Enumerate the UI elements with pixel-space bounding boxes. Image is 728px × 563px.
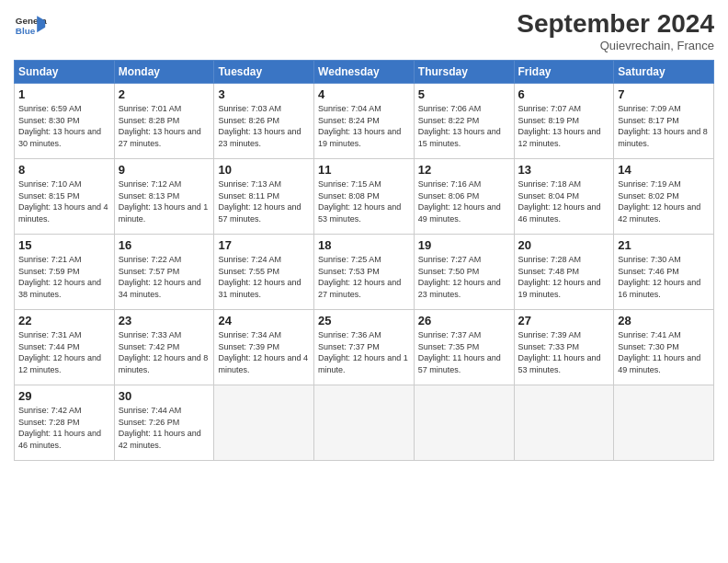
day-info: Sunrise: 7:06 AMSunset: 8:22 PMDaylight:… — [418, 104, 501, 148]
table-row: 2 Sunrise: 7:01 AMSunset: 8:28 PMDayligh… — [114, 84, 214, 159]
day-number: 10 — [218, 163, 310, 177]
day-info: Sunrise: 7:13 AMSunset: 8:11 PMDaylight:… — [218, 179, 301, 224]
table-row: 14 Sunrise: 7:19 AMSunset: 8:02 PMDaylig… — [614, 159, 714, 235]
day-info: Sunrise: 7:21 AMSunset: 7:59 PMDaylight:… — [18, 255, 101, 299]
day-number: 17 — [218, 238, 310, 252]
day-info: Sunrise: 7:01 AMSunset: 8:28 PMDaylight:… — [119, 104, 201, 148]
header-friday: Friday — [514, 61, 614, 84]
table-row: 24 Sunrise: 7:34 AMSunset: 7:39 PMDaylig… — [214, 310, 314, 385]
day-info: Sunrise: 7:42 AMSunset: 7:28 PMDaylight:… — [18, 406, 101, 450]
day-number: 1 — [18, 87, 110, 101]
day-number: 8 — [18, 163, 110, 177]
day-info: Sunrise: 7:16 AMSunset: 8:06 PMDaylight:… — [418, 179, 501, 224]
day-info: Sunrise: 7:31 AMSunset: 7:44 PMDaylight:… — [18, 330, 101, 374]
table-row: 5 Sunrise: 7:06 AMSunset: 8:22 PMDayligh… — [414, 84, 514, 159]
table-row: 19 Sunrise: 7:27 AMSunset: 7:50 PMDaylig… — [414, 235, 514, 310]
day-info: Sunrise: 7:37 AMSunset: 7:35 PMDaylight:… — [418, 330, 501, 374]
day-info: Sunrise: 7:27 AMSunset: 7:50 PMDaylight:… — [418, 255, 501, 299]
day-number: 7 — [618, 87, 710, 101]
day-number: 16 — [119, 238, 210, 252]
day-number: 12 — [418, 163, 510, 177]
day-number: 28 — [618, 314, 710, 327]
table-row: 27 Sunrise: 7:39 AMSunset: 7:33 PMDaylig… — [514, 310, 614, 385]
day-info: Sunrise: 7:28 AMSunset: 7:48 PMDaylight:… — [518, 255, 601, 299]
day-info: Sunrise: 7:07 AMSunset: 8:19 PMDaylight:… — [518, 104, 601, 148]
day-number: 4 — [318, 87, 410, 101]
title-block: September 2024 Quievrechain, France — [517, 9, 714, 52]
calendar-row: 29 Sunrise: 7:42 AMSunset: 7:28 PMDaylig… — [15, 385, 714, 461]
day-number: 20 — [518, 238, 610, 252]
page-header: General Blue September 2024 Quievrechain… — [14, 9, 714, 52]
table-row — [214, 385, 314, 461]
header-thursday: Thursday — [414, 61, 514, 84]
table-row: 3 Sunrise: 7:03 AMSunset: 8:26 PMDayligh… — [214, 84, 314, 159]
day-info: Sunrise: 6:59 AMSunset: 8:30 PMDaylight:… — [18, 104, 101, 148]
table-row: 22 Sunrise: 7:31 AMSunset: 7:44 PMDaylig… — [15, 310, 115, 385]
day-number: 29 — [18, 389, 110, 403]
day-info: Sunrise: 7:25 AMSunset: 7:53 PMDaylight:… — [318, 255, 401, 299]
day-number: 6 — [518, 87, 610, 101]
location: Quievrechain, France — [517, 39, 714, 52]
day-info: Sunrise: 7:04 AMSunset: 8:24 PMDaylight:… — [318, 104, 401, 148]
table-row — [614, 385, 714, 461]
day-info: Sunrise: 7:22 AMSunset: 7:57 PMDaylight:… — [119, 255, 201, 299]
table-row: 29 Sunrise: 7:42 AMSunset: 7:28 PMDaylig… — [15, 385, 115, 461]
day-info: Sunrise: 7:36 AMSunset: 7:37 PMDaylight:… — [318, 330, 408, 374]
table-row: 13 Sunrise: 7:18 AMSunset: 8:04 PMDaylig… — [514, 159, 614, 235]
table-row: 12 Sunrise: 7:16 AMSunset: 8:06 PMDaylig… — [414, 159, 514, 235]
table-row: 9 Sunrise: 7:12 AMSunset: 8:13 PMDayligh… — [114, 159, 214, 235]
table-row: 17 Sunrise: 7:24 AMSunset: 7:55 PMDaylig… — [214, 235, 314, 310]
day-info: Sunrise: 7:39 AMSunset: 7:33 PMDaylight:… — [518, 330, 601, 374]
day-number: 15 — [18, 238, 110, 252]
table-row: 16 Sunrise: 7:22 AMSunset: 7:57 PMDaylig… — [114, 235, 214, 310]
day-number: 27 — [518, 314, 610, 327]
day-number: 3 — [218, 87, 310, 101]
calendar-table: Sunday Monday Tuesday Wednesday Thursday… — [14, 60, 714, 461]
day-number: 23 — [119, 314, 210, 327]
day-number: 13 — [518, 163, 610, 177]
calendar-container: General Blue September 2024 Quievrechain… — [0, 0, 728, 470]
table-row — [514, 385, 614, 461]
table-row: 6 Sunrise: 7:07 AMSunset: 8:19 PMDayligh… — [514, 84, 614, 159]
day-number: 2 — [119, 87, 210, 101]
day-number: 24 — [218, 314, 310, 327]
day-info: Sunrise: 7:24 AMSunset: 7:55 PMDaylight:… — [218, 255, 301, 299]
day-info: Sunrise: 7:12 AMSunset: 8:13 PMDaylight:… — [119, 179, 209, 224]
table-row — [314, 385, 415, 461]
day-info: Sunrise: 7:30 AMSunset: 7:46 PMDaylight:… — [618, 255, 700, 299]
day-info: Sunrise: 7:15 AMSunset: 8:08 PMDaylight:… — [318, 179, 401, 224]
logo: General Blue — [14, 9, 47, 42]
table-row — [414, 385, 514, 461]
header-wednesday: Wednesday — [314, 61, 415, 84]
day-number: 26 — [418, 314, 510, 327]
day-number: 25 — [318, 314, 410, 327]
header-saturday: Saturday — [614, 61, 714, 84]
day-number: 14 — [618, 163, 710, 177]
day-number: 18 — [318, 238, 410, 252]
table-row: 23 Sunrise: 7:33 AMSunset: 7:42 PMDaylig… — [114, 310, 214, 385]
day-number: 21 — [618, 238, 710, 252]
day-info: Sunrise: 7:18 AMSunset: 8:04 PMDaylight:… — [518, 179, 601, 224]
day-info: Sunrise: 7:34 AMSunset: 7:39 PMDaylight:… — [218, 330, 308, 374]
table-row: 18 Sunrise: 7:25 AMSunset: 7:53 PMDaylig… — [314, 235, 415, 310]
day-number: 19 — [418, 238, 510, 252]
calendar-row: 1 Sunrise: 6:59 AMSunset: 8:30 PMDayligh… — [15, 84, 714, 159]
table-row: 8 Sunrise: 7:10 AMSunset: 8:15 PMDayligh… — [15, 159, 115, 235]
table-row: 21 Sunrise: 7:30 AMSunset: 7:46 PMDaylig… — [614, 235, 714, 310]
table-row: 30 Sunrise: 7:44 AMSunset: 7:26 PMDaylig… — [114, 385, 214, 461]
table-row: 10 Sunrise: 7:13 AMSunset: 8:11 PMDaylig… — [214, 159, 314, 235]
day-info: Sunrise: 7:19 AMSunset: 8:02 PMDaylight:… — [618, 179, 700, 224]
day-number: 30 — [119, 389, 210, 403]
day-info: Sunrise: 7:44 AMSunset: 7:26 PMDaylight:… — [119, 406, 201, 450]
table-row: 15 Sunrise: 7:21 AMSunset: 7:59 PMDaylig… — [15, 235, 115, 310]
table-row: 25 Sunrise: 7:36 AMSunset: 7:37 PMDaylig… — [314, 310, 415, 385]
logo-icon: General Blue — [14, 9, 47, 42]
table-row: 20 Sunrise: 7:28 AMSunset: 7:48 PMDaylig… — [514, 235, 614, 310]
month-title: September 2024 — [517, 9, 714, 39]
table-row: 11 Sunrise: 7:15 AMSunset: 8:08 PMDaylig… — [314, 159, 415, 235]
day-info: Sunrise: 7:09 AMSunset: 8:17 PMDaylight:… — [618, 104, 708, 148]
day-number: 22 — [18, 314, 110, 327]
day-info: Sunrise: 7:33 AMSunset: 7:42 PMDaylight:… — [119, 330, 209, 374]
svg-text:Blue: Blue — [16, 26, 36, 36]
header-tuesday: Tuesday — [214, 61, 314, 84]
